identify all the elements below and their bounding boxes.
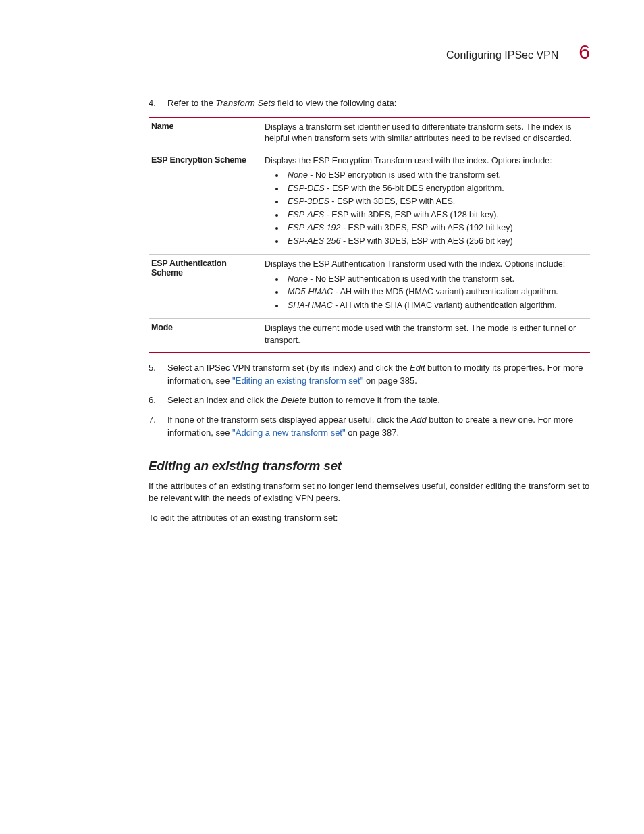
option-list: None - No ESP encryption is used with th…: [265, 170, 587, 247]
page-header: Configuring IPSec VPN 6: [149, 41, 590, 63]
list-item: None - No ESP encryption is used with th…: [285, 170, 587, 182]
field-label: ESP Encryption Scheme: [149, 151, 262, 255]
cross-reference-link[interactable]: "Editing an existing transform set": [232, 375, 363, 386]
section-paragraph: If the attributes of an existing transfo…: [149, 480, 590, 506]
fields-table: NameDisplays a transform set identifier …: [149, 117, 590, 353]
field-label: Mode: [149, 319, 262, 353]
step: 5.Select an IPSec VPN transform set (by …: [149, 362, 590, 388]
field-description: Displays the ESP Encryption Transform us…: [262, 151, 590, 255]
list-item: ESP-AES - ESP with 3DES, ESP with AES (1…: [285, 209, 587, 221]
step-number: 4.: [149, 97, 167, 110]
ui-label: Add: [411, 415, 427, 425]
text: on page 385.: [363, 375, 417, 386]
field-name: Transform Sets: [216, 98, 275, 108]
cross-reference-link[interactable]: "Adding a new transform set": [232, 427, 345, 438]
step-body: Select an index and click the Delete but…: [167, 394, 590, 407]
step-body: Refer to the Transform Sets field to vie…: [167, 97, 590, 110]
field-description: Displays a transform set identifier used…: [262, 117, 590, 151]
ui-label: Delete: [281, 395, 306, 405]
list-item: ESP-DES - ESP with the 56-bit DES encryp…: [285, 183, 587, 195]
text: Select an index and click the: [167, 395, 281, 405]
text: on page 387.: [346, 427, 400, 438]
table-row: NameDisplays a transform set identifier …: [149, 117, 590, 151]
header-title: Configuring IPSec VPN: [446, 49, 558, 61]
step: 7.If none of the transform sets displaye…: [149, 414, 590, 440]
step-number: 5.: [149, 362, 167, 388]
list-item: None - No ESP authentication is used wit…: [285, 273, 587, 286]
text: button to remove it from the table.: [306, 395, 440, 405]
list-item: ESP-AES 256 - ESP with 3DES, ESP with AE…: [285, 236, 587, 248]
section-paragraph: To edit the attributes of an existing tr…: [149, 512, 590, 525]
table-row: ModeDisplays the current mode used with …: [149, 319, 590, 353]
step: 6.Select an index and click the Delete b…: [149, 394, 590, 407]
text: Refer to the: [167, 98, 216, 108]
list-item: ESP-AES 192 - ESP with 3DES, ESP with AE…: [285, 222, 587, 234]
option-list: None - No ESP authentication is used wit…: [265, 273, 587, 312]
list-item: SHA-HMAC - AH with the SHA (HMAC variant…: [285, 300, 587, 312]
ui-label: Edit: [410, 363, 425, 373]
table-row: ESP Authentication SchemeDisplays the ES…: [149, 255, 590, 319]
step-body: Select an IPSec VPN transform set (by it…: [167, 362, 590, 388]
step-number: 6.: [149, 394, 167, 407]
list-item: MD5-HMAC - AH with the MD5 (HMAC variant…: [285, 286, 587, 298]
text: If none of the transform sets displayed …: [167, 415, 411, 425]
text: field to view the following data:: [275, 98, 396, 108]
field-description: Displays the current mode used with the …: [262, 319, 590, 353]
text: Select an IPSec VPN transform set (by it…: [167, 363, 410, 373]
step-number: 7.: [149, 414, 167, 440]
field-description: Displays the ESP Authentication Transfor…: [262, 255, 590, 319]
chapter-number: 6: [579, 41, 590, 63]
field-label: ESP Authentication Scheme: [149, 255, 262, 319]
field-label: Name: [149, 117, 262, 151]
section-heading: Editing an existing transform set: [149, 459, 590, 473]
step-body: If none of the transform sets displayed …: [167, 414, 590, 440]
step-4: 4. Refer to the Transform Sets field to …: [149, 97, 590, 110]
list-item: ESP-3DES - ESP with 3DES, ESP with AES.: [285, 196, 587, 208]
table-row: ESP Encryption SchemeDisplays the ESP En…: [149, 151, 590, 255]
